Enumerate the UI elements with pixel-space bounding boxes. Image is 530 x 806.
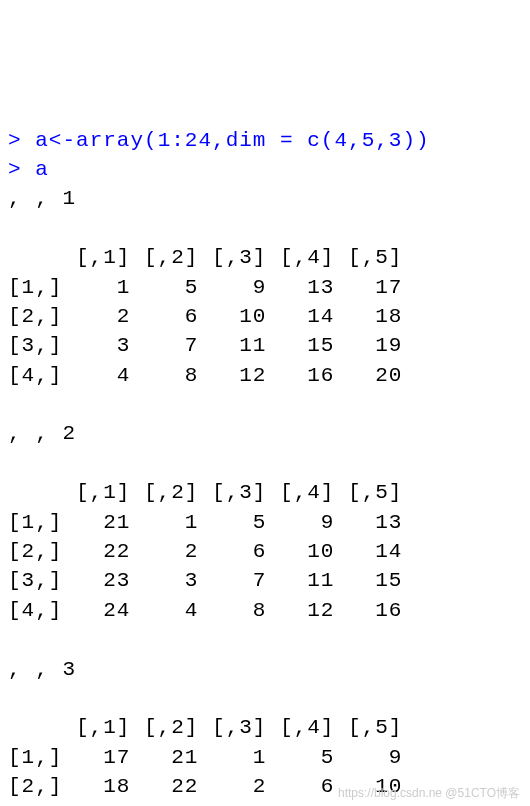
slice-header: , , 3 <box>8 658 76 681</box>
console-input-line: a<-array(1:24,dim = c(4,5,3)) <box>35 129 429 152</box>
array-row: [1,] 1 5 9 13 17 <box>8 276 402 299</box>
slice-header: , , 2 <box>8 422 76 445</box>
slice-header: , , 1 <box>8 187 76 210</box>
column-headers: [,1] [,2] [,3] [,4] [,5] <box>8 481 402 504</box>
column-headers: [,1] [,2] [,3] [,4] [,5] <box>8 246 402 269</box>
array-row: [3,] 23 3 7 11 15 <box>8 569 402 592</box>
column-headers: [,1] [,2] [,3] [,4] [,5] <box>8 716 402 739</box>
watermark-text: https://blog.csdn.ne @51CTO博客 <box>338 785 520 802</box>
console-prompt: > <box>8 158 35 181</box>
array-row: [1,] 21 1 5 9 13 <box>8 511 402 534</box>
array-row: [2,] 22 2 6 10 14 <box>8 540 402 563</box>
array-row: [1,] 17 21 1 5 9 <box>8 746 402 769</box>
r-console-output: > a<-array(1:24,dim = c(4,5,3)) > a , , … <box>8 126 522 806</box>
console-prompt: > <box>8 129 35 152</box>
array-row: [2,] 2 6 10 14 18 <box>8 305 402 328</box>
console-input-line: a <box>35 158 49 181</box>
array-row: [4,] 4 8 12 16 20 <box>8 364 402 387</box>
array-row: [4,] 24 4 8 12 16 <box>8 599 402 622</box>
array-row: [3,] 3 7 11 15 19 <box>8 334 402 357</box>
